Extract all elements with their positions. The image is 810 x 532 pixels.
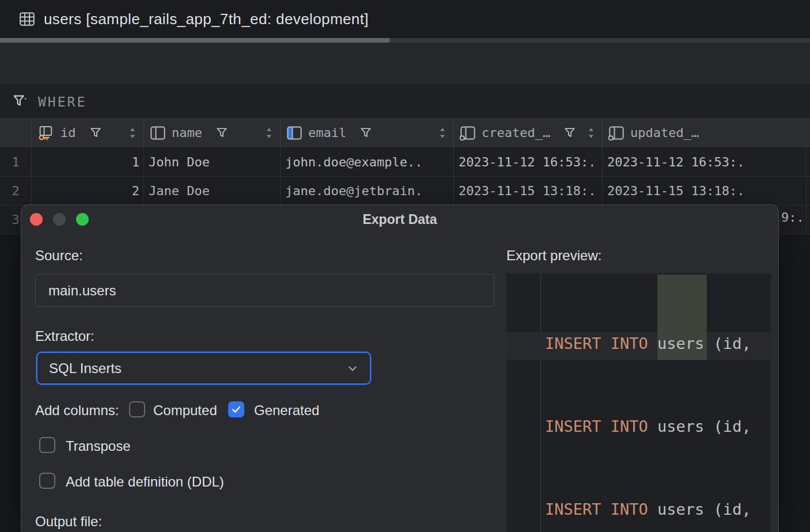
source-input[interactable]: main.users [35, 274, 494, 307]
column-header-name[interactable]: name [144, 118, 281, 148]
source-label: Source: [35, 248, 83, 264]
extractor-value: SQL Inserts [49, 360, 122, 377]
extractor-select[interactable]: SQL Inserts [36, 352, 371, 385]
indexed-column-icon [608, 126, 624, 140]
sort-icon[interactable] [128, 127, 137, 139]
column-label: updated_… [630, 126, 699, 140]
primary-key-column-icon [37, 125, 55, 141]
cell-name[interactable]: Jane Doe [144, 177, 281, 206]
extractor-label: Extractor: [35, 328, 94, 344]
editor-gutter [506, 273, 541, 532]
column-border [806, 118, 807, 234]
column-filter-icon[interactable] [360, 127, 372, 139]
column-filter-icon[interactable] [90, 127, 101, 139]
row-number[interactable]: 2 [0, 177, 32, 206]
column-selected-icon [286, 126, 302, 140]
code-line: INSERT INTO users (id, [545, 496, 751, 523]
preview-code: INSERT INTO users (id, INSERT INTO users… [545, 275, 751, 532]
output-file-label: Output file: [35, 514, 102, 530]
column-label: name [172, 126, 202, 140]
table-grid-icon [18, 10, 36, 28]
cell-id[interactable]: 1 [32, 148, 144, 177]
cell-id[interactable]: 2 [32, 177, 144, 206]
transpose-label: Transpose [66, 438, 131, 454]
cell-created[interactable]: 2023-11-12 16:53:. [454, 148, 603, 177]
column-header-created[interactable]: created_… [454, 118, 603, 148]
sort-icon[interactable] [438, 127, 446, 139]
app-window: users [sample_rails_app_7th_ed: developm… [0, 0, 810, 532]
check-icon [231, 404, 241, 415]
transpose-checkbox[interactable] [39, 437, 55, 453]
add-columns-label: Add columns: [35, 402, 119, 419]
column-header-id[interactable]: id [32, 118, 144, 148]
cell-updated[interactable]: 2023-11-12 16:53:. [603, 148, 807, 177]
column-filter-icon[interactable] [216, 127, 228, 139]
data-toolbar: 3 rows [0, 43, 810, 85]
row-number-header [0, 118, 32, 148]
column-icon [150, 126, 166, 140]
cell-created[interactable]: 2023-11-15 13:18:. [454, 177, 603, 206]
cell-email[interactable]: jane.doe@jetbrain. [281, 177, 454, 206]
export-preview-editor[interactable]: INSERT INTO users (id, INSERT INTO users… [506, 273, 771, 532]
sort-icon[interactable] [265, 127, 273, 139]
export-data-dialog: Export Data Source: main.users Extractor… [21, 204, 779, 532]
filter-funnel-icon [12, 93, 29, 111]
chevron-down-icon [347, 363, 358, 374]
cell-updated-partial[interactable]: 9:. [781, 210, 804, 225]
cell-sliver [807, 206, 810, 234]
where-filter-bar[interactable]: WHERE [0, 85, 810, 118]
cell-name[interactable]: John Doe [144, 148, 281, 177]
sort-icon[interactable] [587, 127, 595, 139]
column-header-sliver [807, 118, 810, 148]
cell-sliver [807, 177, 810, 206]
code-line: INSERT INTO users (id, [545, 413, 751, 440]
where-label: WHERE [38, 94, 86, 109]
column-label: id [60, 126, 76, 140]
column-label: created_… [482, 126, 550, 140]
row-number[interactable]: 1 [0, 148, 32, 177]
add-table-definition-checkbox[interactable] [39, 473, 55, 489]
computed-checkbox[interactable] [129, 401, 145, 417]
cell-sliver [807, 148, 810, 177]
dialog-title: Export Data [21, 212, 778, 227]
column-header-email[interactable]: email [281, 118, 454, 148]
editor-tab-bar: users [sample_rails_app_7th_ed: developm… [0, 0, 810, 38]
column-label: email [308, 126, 346, 140]
generated-checkbox[interactable] [228, 401, 244, 417]
computed-label: Computed [153, 402, 217, 419]
cell-updated[interactable]: 2023-11-15 13:18:. [603, 177, 807, 206]
code-line: INSERT INTO users (id, [545, 330, 751, 358]
generated-label: Generated [254, 402, 319, 419]
add-table-definition-label: Add table definition (DDL) [66, 474, 224, 490]
editor-tab-title[interactable]: users [sample_rails_app_7th_ed: developm… [44, 10, 369, 28]
column-filter-icon[interactable] [564, 127, 576, 139]
export-preview-label: Export preview: [506, 248, 601, 264]
cell-email[interactable]: john.doe@example.. [281, 148, 454, 177]
source-value: main.users [48, 283, 116, 299]
tab-scroll-track [0, 38, 810, 43]
tab-scroll-thumb[interactable] [0, 38, 390, 43]
indexed-column-icon [460, 126, 476, 140]
column-header-updated[interactable]: updated_… [603, 118, 807, 148]
